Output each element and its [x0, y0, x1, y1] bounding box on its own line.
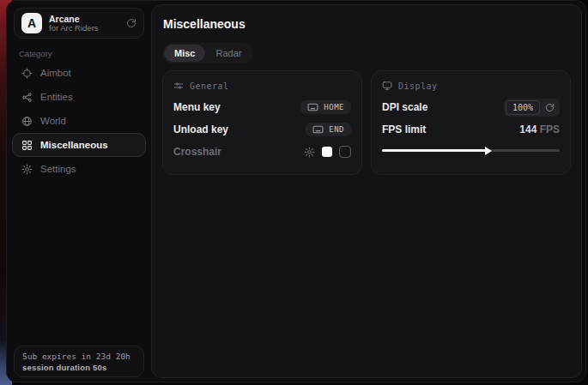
monitor-icon — [382, 81, 392, 91]
crosshair-settings-gear-icon[interactable] — [304, 147, 315, 158]
globe-icon — [21, 116, 33, 127]
app-title: Arcane — [49, 14, 119, 24]
sub-expiry-text: Sub expires in 23d 20h — [22, 352, 136, 361]
crosshair-toggle-checkbox[interactable] — [339, 146, 351, 158]
sidebar-item-settings[interactable]: Settings — [12, 157, 146, 181]
tab-bar: Misc Radar — [162, 43, 253, 63]
app-logo: A — [21, 13, 42, 33]
sliders-icon — [173, 81, 184, 91]
keyboard-icon — [312, 125, 324, 134]
crosshair-label: Crosshair — [173, 146, 221, 158]
sidebar-item-miscellaneous[interactable]: Miscellaneous — [12, 133, 146, 157]
tab-misc[interactable]: Misc — [164, 45, 205, 62]
unload-keybind-value: END — [329, 125, 344, 134]
menu-key-row: Menu key HOME — [173, 96, 351, 118]
sidebar-item-entities[interactable]: Entities — [12, 85, 146, 109]
unload-keybind-button[interactable]: END — [306, 123, 351, 136]
subscription-card: Sub expires in 23d 20h session duration … — [14, 346, 144, 377]
unload-key-label: Unload key — [173, 123, 228, 135]
fps-unit: FPS — [540, 123, 560, 135]
fps-slider-fill — [382, 149, 487, 152]
sidebar-item-world[interactable]: World — [12, 109, 146, 133]
dpi-scale-control[interactable]: 100% — [504, 99, 560, 117]
nodes-icon — [21, 92, 33, 103]
app-texts: Arcane for Arc Riders — [49, 14, 119, 33]
sidebar-nav: Aimbot Entities World — [12, 61, 146, 181]
crosshair-row: Crosshair — [173, 141, 351, 163]
sidebar-item-label: Entities — [40, 92, 73, 102]
unload-key-row: Unload key END — [173, 118, 351, 141]
sidebar-item-label: World — [40, 116, 66, 126]
general-card: General Menu key HOME Unload key — [162, 70, 362, 175]
general-card-header: General — [173, 81, 351, 91]
menu-key-label: Menu key — [173, 101, 221, 113]
cards-row: General Menu key HOME Unload key — [162, 70, 571, 175]
fps-limit-row: FPS limit 144 FPS — [382, 118, 560, 141]
sidebar-item-label: Settings — [40, 164, 76, 174]
main-panel: Miscellaneous Misc Radar General — [151, 4, 582, 378]
display-card-header: Display — [382, 81, 560, 91]
sidebar-item-label: Miscellaneous — [40, 140, 108, 150]
overlay-window: A Arcane for Arc Riders Category Aimbot — [6, 0, 586, 382]
fps-limit-label: FPS limit — [382, 123, 426, 135]
sidebar-item-label: Aimbot — [40, 68, 71, 78]
fps-slider-thumb[interactable] — [485, 147, 492, 155]
app-subtitle: for Arc Riders — [49, 24, 119, 33]
sidebar-item-aimbot[interactable]: Aimbot — [12, 61, 146, 85]
app-header-card: A Arcane for Arc Riders — [14, 8, 144, 39]
crosshair-controls — [304, 146, 351, 158]
crosshair-color-swatch[interactable] — [322, 147, 332, 157]
dpi-scale-row: DPI scale 100% — [382, 96, 560, 118]
refresh-icon[interactable] — [126, 18, 136, 28]
fps-number: 144 — [519, 123, 536, 135]
keyboard-icon — [307, 103, 318, 111]
menu-keybind-button[interactable]: HOME — [300, 100, 351, 114]
category-label: Category — [19, 49, 52, 58]
tab-radar[interactable]: Radar — [205, 45, 252, 62]
dpi-scale-label: DPI scale — [382, 101, 427, 113]
crosshair-icon — [21, 68, 33, 79]
menu-keybind-value: HOME — [324, 103, 344, 111]
dpi-scale-value[interactable]: 100% — [506, 100, 540, 115]
dpi-reset-icon[interactable] — [545, 103, 555, 112]
display-card: Display DPI scale 100% FPS limit — [371, 70, 571, 175]
general-card-title: General — [190, 81, 229, 91]
fps-limit-value: 144 FPS — [519, 123, 560, 135]
display-card-title: Display — [398, 81, 438, 91]
grid-icon — [21, 140, 33, 151]
page-title: Miscellaneous — [163, 17, 246, 31]
fps-limit-slider[interactable] — [382, 145, 560, 155]
sidebar: A Arcane for Arc Riders Category Aimbot — [7, 1, 151, 382]
gear-icon — [21, 164, 33, 175]
session-duration-text: session duration 50s — [22, 363, 136, 372]
